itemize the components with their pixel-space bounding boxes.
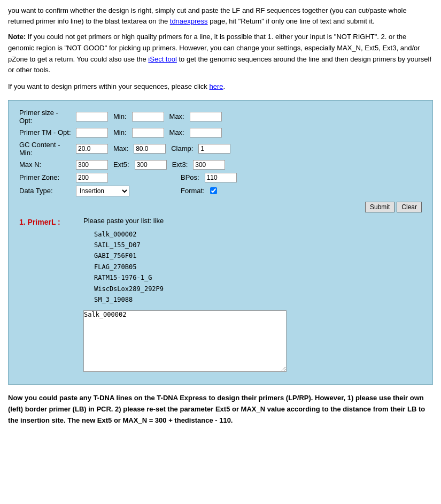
primer-size-max-input[interactable] (190, 112, 222, 121)
primer-header: 1. PrimerL : Please paste your list: lik… (19, 217, 422, 374)
example-line: FLAG_270B05 (94, 262, 422, 272)
data-type-select[interactable]: InsertionSNPOther (76, 186, 129, 196)
submit-area: Submit Clear (19, 202, 422, 212)
example-line: GABI_756F01 (94, 250, 422, 261)
primer-size-row: Primer size - Opt: Min: Max: (19, 109, 422, 125)
primer-zone-input[interactable] (76, 173, 108, 182)
click-line-text2: . (223, 82, 226, 90)
tdnaexpress-link[interactable]: tdnaexpress (170, 17, 208, 25)
isect-tool-link[interactable]: iSect tool (148, 55, 176, 63)
here-link[interactable]: here (209, 82, 223, 90)
click-line-text: If you want to design primers within you… (8, 82, 209, 90)
primer-section-label: 1. PrimerL : (19, 217, 78, 226)
primer-section: Submit Clear 1. PrimerL : Please paste y… (19, 202, 422, 374)
primer-size-min-label: Min: (113, 112, 127, 120)
primer-tm-min-input[interactable] (132, 128, 164, 138)
bottom-note: Now you could paste any T-DNA lines on t… (8, 393, 433, 426)
gc-clamp-input[interactable] (198, 144, 230, 154)
primer-size-opt-input[interactable] (76, 112, 108, 121)
primer-zone-label: Primer Zone: (19, 173, 73, 181)
gc-max-input[interactable] (134, 144, 166, 154)
bpos-label: BPos: (181, 173, 199, 181)
primer-tm-row: Primer TM - Opt: Min: Max: (19, 128, 422, 138)
submit-button[interactable]: Submit (365, 202, 394, 212)
example-line: SM_3_19088 (94, 294, 422, 305)
primer-textarea[interactable] (83, 310, 287, 372)
primer-tm-label: Primer TM - Opt: (19, 128, 73, 136)
gc-max-label: Max: (113, 144, 128, 152)
primer-example-list: Salk_000002SAIL_155_D07GABI_756F01FLAG_2… (94, 229, 422, 306)
data-type-row: Data Type: InsertionSNPOther Format: (19, 186, 422, 196)
primer-tm-max-input[interactable] (190, 128, 222, 138)
bpos-input[interactable] (205, 173, 237, 182)
gc-min-input[interactable] (76, 144, 108, 154)
form-rows: Primer size - Opt: Min: Max: Primer TM -… (19, 109, 422, 196)
max-n-row: Max N: Ext5: Ext3: (19, 160, 422, 170)
intro-text: you want to confirm whether the design i… (8, 5, 433, 26)
note-box: Note: If you could not get primers or hi… (8, 32, 433, 76)
gc-content-row: GC Content - Min: Max: Clamp: (19, 141, 422, 157)
data-type-label: Data Type: (19, 187, 73, 195)
clear-button[interactable]: Clear (397, 202, 422, 212)
primer-tm-opt-input[interactable] (76, 128, 108, 138)
example-line: SAIL_155_D07 (94, 240, 422, 250)
primer-content: Please paste your list: like Salk_000002… (83, 217, 422, 374)
ext3-input[interactable] (193, 160, 225, 170)
intro-text-part2: page, hit "Return" if only one line of t… (208, 17, 375, 25)
gc-content-label: GC Content - Min: (19, 141, 73, 157)
format-checkbox[interactable] (210, 187, 217, 194)
primer-tm-max-label: Max: (169, 128, 184, 136)
primer-size-min-input[interactable] (132, 112, 164, 121)
example-line: RATM15-1976-1_G (94, 272, 422, 283)
format-label: Format: (181, 187, 205, 195)
example-line: Salk_000002 (94, 229, 422, 240)
example-line: WiscDsLox289_292P9 (94, 284, 422, 294)
click-line: If you want to design primers within you… (8, 81, 433, 92)
max-n-input[interactable] (76, 160, 108, 170)
primer-zone-row: Primer Zone: BPos: (19, 173, 422, 182)
ext5-input[interactable] (135, 160, 167, 170)
primer-size-max-label: Max: (169, 112, 184, 120)
main-panel: Primer size - Opt: Min: Max: Primer TM -… (8, 100, 433, 385)
primer-size-label: Primer size - Opt: (19, 109, 73, 125)
ext5-label: Ext5: (113, 161, 129, 169)
primer-paste-text: Please paste your list: like (83, 217, 422, 225)
gc-clamp-label: Clamp: (171, 144, 193, 152)
primer-tm-min-label: Min: (113, 128, 127, 136)
note-label: Note: (8, 33, 26, 41)
max-n-label: Max N: (19, 161, 73, 169)
ext3-label: Ext3: (172, 161, 188, 169)
